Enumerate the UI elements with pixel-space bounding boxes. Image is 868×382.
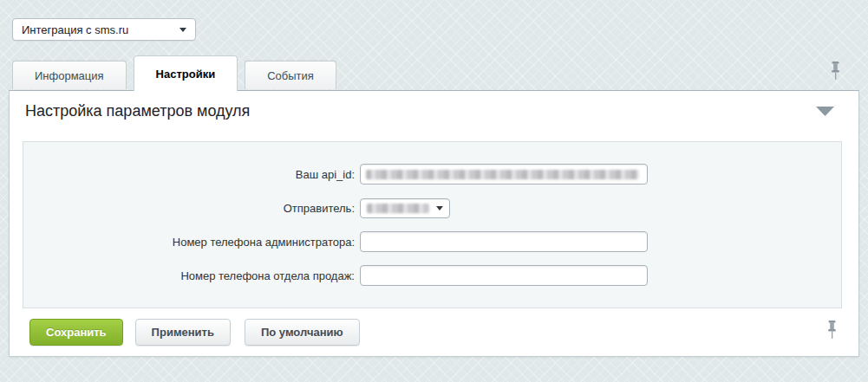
admin-phone-label: Номер телефона администратора: bbox=[23, 236, 360, 249]
redacted-value bbox=[366, 170, 639, 179]
default-button[interactable]: По умолчанию bbox=[245, 319, 360, 346]
sender-label: Отправитель: bbox=[23, 202, 360, 215]
redacted-value bbox=[367, 204, 429, 213]
tab-settings[interactable]: Настройки bbox=[134, 55, 238, 91]
form-row-sales-phone: Номер телефона отдела продаж: bbox=[23, 265, 841, 286]
settings-panel: Настройка параметров модуля Ваш api_id: … bbox=[9, 90, 859, 357]
form-footer: Сохранить Применить По умолчанию bbox=[29, 319, 374, 346]
sales-phone-label: Номер телефона отдела продаж: bbox=[23, 269, 360, 282]
admin-phone-input[interactable] bbox=[360, 231, 648, 252]
tab-events-label: События bbox=[267, 69, 314, 82]
module-selector-value: Интеграция с sms.ru bbox=[22, 23, 128, 36]
section-header: Настройка параметров модуля bbox=[25, 102, 843, 120]
module-selector-dropdown[interactable]: Интеграция с sms.ru bbox=[12, 18, 196, 41]
section-title: Настройка параметров модуля bbox=[25, 102, 250, 120]
api-id-input[interactable] bbox=[360, 164, 648, 185]
api-id-label: Ваш api_id: bbox=[23, 168, 360, 181]
tab-bar: Информация Настройки События bbox=[12, 55, 343, 91]
module-settings-screen: Интеграция с sms.ru Информация Настройки… bbox=[0, 0, 868, 382]
sender-select[interactable] bbox=[360, 198, 450, 218]
save-button[interactable]: Сохранить bbox=[29, 319, 123, 346]
tab-information-label: Информация bbox=[35, 69, 104, 82]
apply-button[interactable]: Применить bbox=[135, 319, 231, 346]
pushpin-icon[interactable] bbox=[826, 320, 838, 344]
module-parameters-form: Ваш api_id: Отправитель: Номер телефона … bbox=[23, 141, 842, 308]
sales-phone-input[interactable] bbox=[360, 265, 648, 286]
pushpin-icon[interactable] bbox=[830, 62, 841, 85]
form-row-sender: Отправитель: bbox=[23, 197, 841, 218]
form-row-admin-phone: Номер телефона администратора: bbox=[23, 231, 841, 252]
caret-down-icon bbox=[436, 206, 443, 210]
chevron-down-icon[interactable] bbox=[816, 107, 834, 116]
caret-down-icon bbox=[179, 28, 186, 32]
form-row-api-id: Ваш api_id: bbox=[23, 164, 841, 185]
tab-information[interactable]: Информация bbox=[12, 61, 127, 89]
tab-events[interactable]: События bbox=[245, 61, 336, 89]
tab-settings-label: Настройки bbox=[156, 68, 216, 81]
